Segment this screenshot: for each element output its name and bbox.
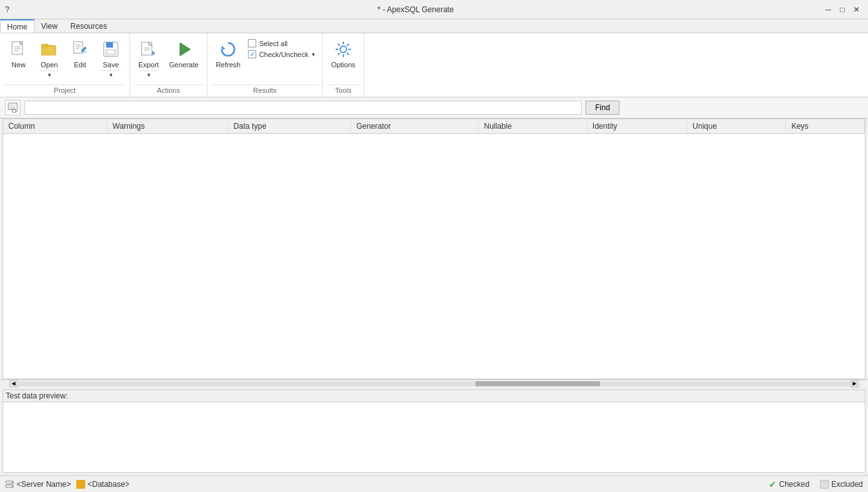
- svg-line-31: [347, 44, 349, 46]
- ribbon-group-results: Refresh Select all ✓ Check/Uncheck ▾ Res…: [208, 33, 323, 97]
- options-label: Options: [331, 61, 356, 69]
- data-table-container[interactable]: Column Warnings Data type Generator Null…: [3, 119, 865, 379]
- help-button[interactable]: ?: [5, 5, 10, 14]
- generate-button[interactable]: Generate: [165, 36, 203, 72]
- status-checked: ✔ Checked: [769, 479, 809, 489]
- export-icon: [138, 39, 159, 60]
- preview-content: [3, 402, 865, 472]
- col-header-data-type: Data type: [228, 119, 351, 134]
- ribbon-group-tools: Options Tools: [323, 33, 364, 97]
- export-label: Export: [138, 61, 159, 69]
- check-uncheck-label: Check/Uncheck: [259, 51, 308, 58]
- data-table: Column Warnings Data type Generator Null…: [3, 119, 865, 134]
- main-area: Column Warnings Data type Generator Null…: [0, 119, 868, 475]
- export-button-group: Export ▾: [134, 36, 163, 82]
- save-label: Save: [102, 61, 119, 69]
- col-header-nullable: Nullable: [479, 119, 587, 134]
- open-button-group: Open ▾: [35, 36, 64, 82]
- find-button[interactable]: Find: [585, 101, 619, 115]
- col-header-unique: Unique: [687, 119, 786, 134]
- open-button[interactable]: Open ▾: [35, 36, 64, 82]
- col-header-generator: Generator: [351, 119, 479, 134]
- status-database: <Database>: [76, 480, 129, 489]
- svg-rect-14: [106, 42, 113, 47]
- svg-line-30: [347, 53, 349, 55]
- minimize-button[interactable]: ─: [822, 3, 835, 16]
- menu-home[interactable]: Home: [0, 19, 35, 33]
- status-server: <Server Name>: [5, 480, 71, 489]
- database-name-label: <Database>: [88, 480, 129, 489]
- open-arrow[interactable]: ▾: [39, 70, 60, 79]
- edit-label: Edit: [74, 61, 86, 69]
- save-button-group: Save ▾: [96, 36, 126, 82]
- check-uncheck-item[interactable]: ✓ Check/Uncheck ▾: [246, 49, 317, 59]
- maximize-button[interactable]: □: [836, 3, 849, 16]
- menu-resources[interactable]: Resources: [64, 19, 113, 33]
- save-icon: [101, 39, 121, 60]
- status-excluded: Excluded: [820, 480, 863, 489]
- menu-view[interactable]: View: [35, 19, 64, 33]
- col-header-column: Column: [3, 119, 107, 134]
- svg-line-32: [338, 53, 340, 55]
- table-header-row: Column Warnings Data type Generator Null…: [3, 119, 865, 134]
- export-arrow[interactable]: ▾: [138, 70, 159, 79]
- scroll-left-arrow[interactable]: ◀: [9, 380, 18, 388]
- refresh-button[interactable]: Refresh: [211, 36, 245, 72]
- ribbon-project-content: New Open ▾: [4, 36, 126, 85]
- scroll-right-arrow[interactable]: ▶: [850, 380, 859, 388]
- toolbar-search: Find: [0, 97, 868, 119]
- svg-marker-23: [222, 45, 225, 49]
- scrollbar-area: ◀ ▶: [0, 379, 868, 387]
- ribbon-results-content: Refresh Select all ✓ Check/Uncheck ▾: [211, 36, 318, 85]
- title-bar: ? * - ApexSQL Generate ─ □ ✕: [0, 0, 868, 19]
- generate-label: Generate: [169, 61, 199, 69]
- svg-rect-44: [822, 482, 827, 487]
- actions-group-label: Actions: [134, 85, 203, 97]
- col-header-keys: Keys: [786, 119, 865, 134]
- status-bar: <Server Name> <Database> ✔ Checked Exclu…: [0, 475, 868, 492]
- save-button[interactable]: Save ▾: [96, 36, 126, 82]
- search-input[interactable]: [24, 101, 582, 115]
- ribbon-group-actions: Export ▾ Generate Actions: [130, 33, 208, 97]
- select-all-checkbox[interactable]: [248, 39, 256, 47]
- excluded-icon: [820, 480, 829, 489]
- status-right: ✔ Checked Excluded: [769, 479, 863, 489]
- project-group-label: Project: [4, 85, 126, 97]
- results-checks: Select all ✓ Check/Uncheck ▾: [246, 36, 317, 62]
- options-icon: [333, 39, 354, 60]
- results-group-label: Results: [211, 85, 318, 97]
- preview-label: Test data preview:: [3, 390, 865, 402]
- col-header-identity: Identity: [587, 119, 687, 134]
- new-label: New: [12, 61, 26, 69]
- open-icon: [39, 39, 60, 60]
- app-title: * - ApexSQL Generate: [10, 5, 822, 14]
- svg-point-42: [12, 486, 13, 487]
- select-all-item[interactable]: Select all: [246, 38, 317, 48]
- svg-line-38: [16, 111, 17, 112]
- col-header-warnings: Warnings: [107, 119, 228, 134]
- database-icon: [76, 480, 85, 489]
- svg-point-41: [12, 482, 13, 483]
- ribbon-group-project: New Open ▾: [0, 33, 130, 97]
- options-button[interactable]: Options: [327, 36, 360, 72]
- svg-point-24: [340, 46, 347, 53]
- check-uncheck-checkbox[interactable]: ✓: [248, 50, 256, 58]
- scrollbar-track[interactable]: [18, 381, 850, 386]
- svg-rect-16: [108, 50, 114, 54]
- edit-button[interactable]: Edit: [65, 36, 95, 72]
- new-button[interactable]: New: [4, 36, 33, 72]
- scrollbar-thumb[interactable]: [475, 381, 600, 386]
- save-arrow[interactable]: ▾: [101, 70, 121, 79]
- svg-marker-22: [180, 43, 190, 56]
- open-label: Open: [41, 61, 58, 69]
- edit-icon: [70, 39, 90, 60]
- tools-group-label: Tools: [327, 85, 360, 97]
- check-uncheck-arrow[interactable]: ▾: [312, 51, 315, 58]
- svg-marker-21: [152, 51, 155, 56]
- export-button[interactable]: Export ▾: [134, 36, 163, 82]
- checked-icon: ✔: [769, 479, 776, 489]
- search-icon[interactable]: [5, 100, 20, 115]
- menu-bar: Home View Resources: [0, 19, 868, 33]
- close-button[interactable]: ✕: [850, 3, 863, 16]
- server-name-label: <Server Name>: [17, 480, 71, 489]
